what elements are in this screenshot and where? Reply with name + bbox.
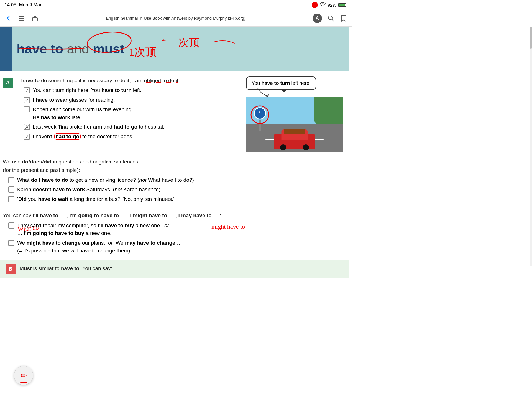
status-left: 14:05 Mon 9 Mar — [4, 2, 42, 8]
list-item: We might have to change our plans. or We… — [8, 239, 343, 255]
list-item: Karen doesn't have to work Saturdays. (n… — [8, 186, 343, 194]
section-a-label: A — [3, 78, 13, 88]
road-sign-post — [259, 120, 261, 131]
checkbox-4[interactable] — [24, 124, 30, 130]
checkbox-6[interactable] — [8, 177, 14, 183]
section-a-intro: I have to do something = it is necessary… — [18, 76, 241, 85]
checkbox-10[interactable] — [8, 240, 14, 246]
item-text-8: 'Did you have to wait a long time for a … — [17, 195, 174, 203]
section-a: A I have to do something = it is necessa… — [0, 71, 349, 155]
svg-text:+: + — [161, 36, 166, 45]
date: Mon 9 Mar — [19, 2, 42, 8]
item-text-10: We might have to change our plans. or We… — [17, 239, 182, 255]
time: 14:05 — [4, 2, 16, 8]
search-button[interactable] — [327, 14, 335, 22]
blue-tab — [0, 27, 12, 71]
item-text-7: Karen doesn't have to work Saturdays. (n… — [17, 186, 160, 194]
title-and: and — [63, 42, 93, 56]
profile-button[interactable]: A — [313, 14, 322, 23]
checkbox-5[interactable] — [24, 134, 30, 140]
nav-bar: English Grammar in Use Book with Answers… — [0, 10, 352, 27]
checkbox-7[interactable] — [8, 186, 14, 193]
main-content: have to and must + 次顶 1次顶 A I have to do… — [0, 27, 352, 278]
record-icon — [312, 2, 318, 8]
checkbox-1[interactable] — [24, 87, 30, 93]
checkbox-3[interactable] — [24, 106, 30, 112]
item-text-5: I haven't had to go to the doctor for ag… — [33, 133, 134, 141]
section-a-illustration: You have to turn left here. ↰ — [246, 76, 343, 152]
list-item: 'Did you have to wait a long time for a … — [8, 195, 343, 203]
back-button[interactable] — [4, 14, 12, 22]
status-right: 92% — [312, 2, 347, 8]
nav-right: A — [313, 14, 347, 23]
section-b-hint: B Must is similar to have to. You can sa… — [0, 260, 349, 278]
list-item: I haven't had to go to the doctor for ag… — [24, 133, 241, 141]
wheel-right — [303, 144, 309, 150]
item-text-1: You can't turn right here. You have to t… — [33, 86, 142, 94]
section-a-list: You can't turn right here. You have to t… — [24, 86, 241, 140]
item-text-3: Robert can't come out with us this eveni… — [33, 106, 133, 121]
checkbox-8[interactable] — [8, 196, 14, 202]
item-text-9: They can't repair my computer, so I'll h… — [17, 222, 169, 237]
battery-icon — [338, 3, 347, 7]
chapter-title: have to and must — [17, 42, 125, 56]
item-text-4: Last week Tina broke her arm and had to … — [33, 123, 164, 131]
chapter-header: have to and must + 次顶 1次顶 — [0, 27, 349, 71]
battery-percent: 92% — [328, 3, 336, 7]
checkbox-2[interactable] — [24, 97, 30, 103]
nav-left — [4, 14, 39, 22]
para3-text: You can say I'll have to … , I'm going t… — [3, 211, 343, 220]
status-bar: 14:05 Mon 9 Mar 92% — [0, 0, 352, 10]
section-a-para2: We use do/does/did in questions and nega… — [0, 155, 349, 209]
list-item: They can't repair my computer, so I'll h… — [8, 222, 343, 237]
road-sign: ↰ — [254, 107, 266, 119]
checkbox-9[interactable] — [8, 222, 14, 229]
list-item: Robert can't come out with us this eveni… — [24, 106, 241, 121]
section-a-para3: You can say I'll have to … , I'm going t… — [0, 209, 349, 260]
list-2: What do I have to do to get a new drivin… — [8, 176, 343, 203]
para2-text: We use do/does/did in questions and nega… — [3, 158, 343, 175]
svg-line-6 — [332, 19, 334, 21]
car-image: ↰ — [246, 97, 343, 152]
list-icon[interactable] — [18, 14, 25, 22]
list-item: I have to wear glasses for reading. — [24, 96, 241, 104]
list-item: What do I have to do to get a new drivin… — [8, 176, 343, 184]
nav-title: English Grammar in Use Book with Answers… — [39, 16, 313, 21]
list-3: They can't repair my computer, so I'll h… — [8, 222, 343, 255]
car-luggage — [284, 129, 305, 134]
list-item: You can't turn right here. You have to t… — [24, 86, 241, 94]
wheel-left — [280, 144, 286, 150]
svg-text:1次顶: 1次顶 — [129, 46, 157, 58]
title-must: must — [93, 42, 125, 56]
speech-bubble: You have to turn left here. — [246, 76, 316, 90]
section-a-content: I have to do something = it is necessary… — [18, 76, 241, 143]
item-text-2: I have to wear glasses for reading. — [33, 96, 115, 104]
title-have-to: have to — [17, 42, 63, 56]
share-icon[interactable] — [31, 14, 39, 22]
list-item: Last week Tina broke her arm and had to … — [24, 123, 241, 131]
svg-text:次顶: 次顶 — [178, 37, 200, 48]
item-text-6: What do I have to do to get a new drivin… — [17, 176, 194, 184]
bookmark-button[interactable] — [340, 14, 347, 22]
section-b-label: B — [6, 264, 16, 274]
wifi-icon — [320, 2, 326, 8]
section-b-text: Must is similar to have to. You can say: — [19, 264, 112, 273]
